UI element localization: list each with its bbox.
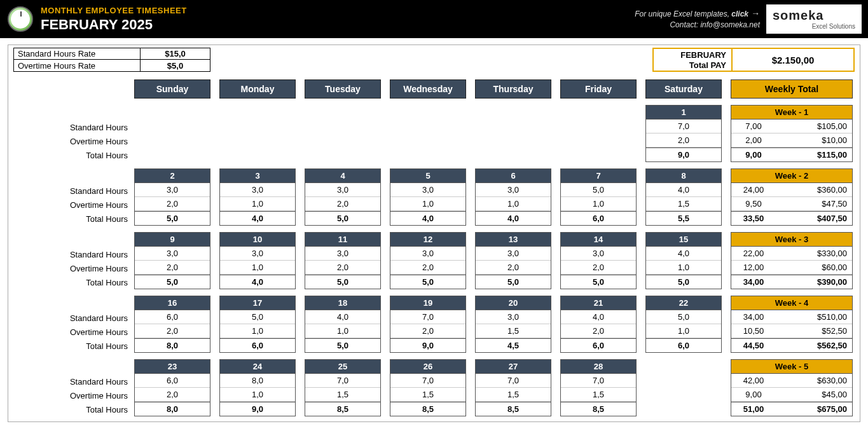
hours-cell[interactable]: 2,0: [390, 324, 465, 338]
hours-cell[interactable]: 3,0: [561, 247, 636, 261]
promo-link[interactable]: For unique Excel templates, click→: [635, 8, 760, 20]
hours-cell[interactable]: 5,0: [305, 211, 380, 225]
hours-cell[interactable]: 1,0: [220, 197, 295, 211]
hours-cell[interactable]: 4,0: [220, 211, 295, 225]
hours-cell[interactable]: 5,0: [561, 183, 636, 197]
hours-cell[interactable]: 1,0: [220, 261, 295, 275]
total-pay-value: $2.150,00: [731, 49, 853, 71]
hours-cell[interactable]: 3,0: [220, 183, 295, 197]
hours-cell[interactable]: 6,0: [135, 374, 210, 388]
week-pay: $407,50: [776, 212, 852, 225]
hours-cell[interactable]: 8,5: [305, 402, 380, 416]
hours-cell[interactable]: 8,5: [476, 402, 551, 416]
hours-cell[interactable]: 1,5: [390, 388, 465, 402]
hours-cell[interactable]: 4,0: [646, 183, 721, 197]
hours-cell[interactable]: 1,0: [305, 324, 380, 338]
hours-cell[interactable]: 6,0: [646, 338, 721, 352]
hours-cell[interactable]: 1,5: [476, 388, 551, 402]
hours-cell[interactable]: 4,0: [390, 211, 465, 225]
hours-cell[interactable]: 5,0: [561, 275, 636, 289]
hours-cell[interactable]: 1,0: [220, 388, 295, 402]
hours-cell[interactable]: 4,0: [476, 211, 551, 225]
hours-cell[interactable]: 7,0: [390, 310, 465, 324]
hours-cell[interactable]: 6,0: [220, 338, 295, 352]
hours-cell[interactable]: 6,0: [561, 211, 636, 225]
hours-cell[interactable]: 1,5: [305, 388, 380, 402]
hours-cell[interactable]: 3,0: [305, 247, 380, 261]
hours-cell[interactable]: 1,0: [646, 261, 721, 275]
hours-cell[interactable]: 1,0: [390, 197, 465, 211]
standard-rate-value[interactable]: $15,0: [140, 48, 210, 59]
day-number: 23: [135, 360, 210, 374]
hours-cell[interactable]: 4,5: [476, 338, 551, 352]
hours-cell[interactable]: 8,0: [135, 402, 210, 416]
hours-cell[interactable]: 3,0: [390, 183, 465, 197]
hours-cell[interactable]: 8,0: [220, 374, 295, 388]
hours-cell[interactable]: 1,5: [476, 324, 551, 338]
hours-cell[interactable]: 5,0: [220, 310, 295, 324]
hours-cell[interactable]: 8,0: [135, 338, 210, 352]
hours-cell[interactable]: 3,0: [135, 247, 210, 261]
week-pay: $390,00: [776, 275, 852, 289]
hours-cell[interactable]: 2,0: [646, 134, 721, 147]
week-pay: $10,00: [776, 134, 852, 147]
hours-cell[interactable]: 7,0: [646, 120, 721, 134]
week-summary: Week - 322,00$330,0012,00$60,0034,00$390…: [731, 232, 853, 289]
hours-cell[interactable]: 5,0: [135, 275, 210, 289]
hours-cell[interactable]: 2,0: [305, 197, 380, 211]
week-hours: 9,00: [731, 148, 776, 161]
hours-cell[interactable]: 5,0: [476, 275, 551, 289]
hours-cell[interactable]: 3,0: [476, 247, 551, 261]
hours-cell[interactable]: 4,0: [305, 310, 380, 324]
hours-cell[interactable]: 1,0: [646, 324, 721, 338]
hours-cell[interactable]: 5,0: [135, 211, 210, 225]
hours-cell[interactable]: 5,0: [305, 338, 380, 352]
week-summary: Week - 17,00$105,002,00$10,009,00$115,00: [731, 105, 853, 162]
overtime-rate-value[interactable]: $5,0: [140, 60, 210, 71]
hours-cell[interactable]: 4,0: [561, 310, 636, 324]
hours-cell[interactable]: 2,0: [135, 388, 210, 402]
hours-cell[interactable]: 8,5: [561, 402, 636, 416]
hours-cell[interactable]: 2,0: [390, 261, 465, 275]
hours-cell[interactable]: 6,0: [561, 338, 636, 352]
row-label-standard: Standard Hours: [13, 374, 128, 388]
header-meta: For unique Excel templates, click→ Conta…: [635, 8, 760, 31]
hours-cell[interactable]: 7,0: [305, 374, 380, 388]
hours-cell[interactable]: 2,0: [561, 324, 636, 338]
hours-cell[interactable]: 9,0: [220, 402, 295, 416]
hours-cell[interactable]: 3,0: [305, 183, 380, 197]
hours-cell[interactable]: 8,5: [390, 402, 465, 416]
hours-cell[interactable]: 2,0: [305, 261, 380, 275]
hours-cell[interactable]: 6,0: [135, 310, 210, 324]
hours-cell[interactable]: 1,5: [646, 197, 721, 211]
arrow-right-icon: →: [751, 8, 760, 18]
hours-cell[interactable]: 5,0: [305, 275, 380, 289]
hours-cell[interactable]: 2,0: [476, 261, 551, 275]
hours-cell[interactable]: 5,0: [646, 310, 721, 324]
hours-cell[interactable]: 1,0: [220, 324, 295, 338]
hours-cell[interactable]: 5,0: [646, 275, 721, 289]
hours-cell[interactable]: 1,5: [561, 388, 636, 402]
hours-cell[interactable]: 4,0: [220, 275, 295, 289]
hours-cell[interactable]: 9,0: [390, 338, 465, 352]
hours-cell[interactable]: 2,0: [561, 261, 636, 275]
hours-cell[interactable]: 2,0: [135, 324, 210, 338]
hours-cell[interactable]: 1,0: [561, 197, 636, 211]
hours-cell[interactable]: 5,5: [646, 211, 721, 225]
hours-cell[interactable]: 2,0: [135, 261, 210, 275]
brand-logo[interactable]: someka Excel Solutions: [766, 4, 862, 34]
hours-cell[interactable]: 9,0: [646, 147, 721, 161]
hours-cell[interactable]: 3,0: [390, 247, 465, 261]
hours-cell[interactable]: 3,0: [220, 247, 295, 261]
hours-cell[interactable]: 3,0: [135, 183, 210, 197]
hours-cell[interactable]: 1,0: [476, 197, 551, 211]
week-title: Week - 2: [731, 169, 852, 183]
hours-cell[interactable]: 7,0: [390, 374, 465, 388]
hours-cell[interactable]: 4,0: [646, 247, 721, 261]
hours-cell[interactable]: 5,0: [390, 275, 465, 289]
hours-cell[interactable]: 3,0: [476, 310, 551, 324]
hours-cell[interactable]: 7,0: [561, 374, 636, 388]
hours-cell[interactable]: 7,0: [476, 374, 551, 388]
hours-cell[interactable]: 3,0: [476, 183, 551, 197]
hours-cell[interactable]: 2,0: [135, 197, 210, 211]
